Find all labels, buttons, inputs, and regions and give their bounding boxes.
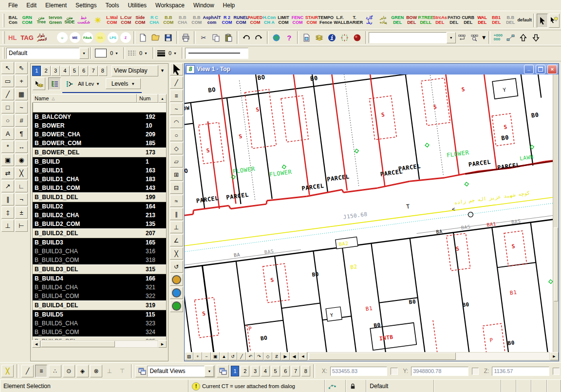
level-row[interactable]: B_BUILD4166 xyxy=(33,274,166,283)
tree-list-icon[interactable] xyxy=(48,77,61,90)
view-control-icon[interactable]: Ƶ xyxy=(272,352,281,360)
command-button[interactable]: متنTree xyxy=(34,13,48,28)
command-button[interactable]: خطشكست xyxy=(76,13,91,28)
view-toggle-4[interactable]: 4 xyxy=(261,366,270,376)
level-row[interactable]: B_BOWER10 xyxy=(33,121,166,130)
command-circle-button[interactable]: ME xyxy=(70,32,80,43)
dropdown-arrow-icon[interactable]: ▼ xyxy=(79,48,89,59)
command-button[interactable]: RUNELCOM xyxy=(234,13,248,28)
command-button[interactable]: H.ConCH A xyxy=(262,13,276,28)
column-header-num[interactable]: Num xyxy=(137,94,158,103)
command-button[interactable]: LIMITCOM xyxy=(276,13,290,28)
command-button[interactable]: PATIODEL xyxy=(447,13,461,28)
level-row[interactable]: B_BUILD5_COM324 xyxy=(33,328,166,336)
level-row[interactable]: B_BUILD4_COM322 xyxy=(33,292,166,300)
level-row[interactable]: B_BUILD1_DEL199 xyxy=(33,192,166,202)
menu-utilities[interactable]: Utilities xyxy=(123,1,151,10)
tool-icon[interactable]: ○ xyxy=(170,129,183,141)
view-toggle-7[interactable]: 7 xyxy=(291,366,300,376)
level-row[interactable]: B_BUILD5_DEL325 xyxy=(33,336,166,340)
x-coordinate-value[interactable]: 533455.83 xyxy=(330,367,387,376)
palette-icon[interactable] xyxy=(170,287,183,299)
tool-icon[interactable]: ≈ xyxy=(170,195,183,207)
command-button[interactable]: L.WalCOM xyxy=(105,13,119,28)
column-header-name[interactable]: Name△ xyxy=(32,94,137,103)
level-row[interactable]: B_BUILD1163 xyxy=(33,166,166,175)
command-button[interactable]: SideCOM xyxy=(133,13,147,28)
view-toggle-5[interactable]: 5 xyxy=(271,366,280,376)
line-weight-icon[interactable] xyxy=(156,48,167,58)
command-text-button[interactable]: بلوار لامعبر xyxy=(36,33,56,42)
view-toggle-2[interactable]: 2 xyxy=(241,366,249,376)
command-text-button[interactable]: TAG xyxy=(19,33,35,42)
tool-icon[interactable]: □ xyxy=(1,101,14,113)
level-row[interactable]: B_BUILD2164 xyxy=(33,202,166,211)
view-control-icon[interactable]: ▣ xyxy=(211,352,220,360)
close-button[interactable]: × xyxy=(547,65,557,74)
level-row[interactable]: B_BUILD2_DEL207 xyxy=(33,228,166,238)
command-button[interactable]: GRNCOM xyxy=(20,13,34,28)
tool-icon[interactable]: ⊥ xyxy=(170,221,183,233)
command-button[interactable]: BOWDEL xyxy=(405,13,419,28)
dropdown-arrow-icon[interactable]: ▼ xyxy=(115,52,122,55)
tool-icon[interactable]: ↖ xyxy=(1,62,14,74)
models-icon[interactable] xyxy=(456,32,468,43)
level-view-tab-1[interactable]: 1 xyxy=(32,66,41,76)
level-row[interactable]: B_BUILD2_CHA213 xyxy=(33,211,166,220)
command-button[interactable]: STAIRCOM xyxy=(304,13,318,28)
snap-mode-button[interactable]: ◈ xyxy=(76,365,89,377)
level-row[interactable] xyxy=(33,103,166,112)
command-button[interactable]: L.CurCOM xyxy=(119,13,133,28)
scroll-left-icon[interactable]: ◀ xyxy=(299,352,307,360)
command-button[interactable]: default xyxy=(518,13,532,28)
tool-icon[interactable]: ~ xyxy=(170,103,183,115)
tool-icon[interactable]: ~ xyxy=(15,101,28,113)
z-coordinate-value[interactable]: 1136.57 xyxy=(492,367,549,376)
tool-icon[interactable]: ↗ xyxy=(1,180,14,192)
scroll-up-icon[interactable]: ▲ xyxy=(158,94,167,103)
all-levels-label[interactable]: All Lev xyxy=(78,81,94,87)
globe-icon[interactable] xyxy=(271,32,282,43)
command-circle-button[interactable]: MA xyxy=(95,32,106,43)
lock-indicator[interactable] xyxy=(346,380,367,392)
command-button[interactable]: متنSIDE xyxy=(62,13,76,28)
tool-icon[interactable]: ⊟ xyxy=(170,182,183,194)
arrow-down-icon[interactable] xyxy=(530,32,542,43)
toolbar-grip[interactable] xyxy=(2,47,5,59)
view-control-icon[interactable]: ▲ xyxy=(220,352,228,360)
tool-icon[interactable]: * xyxy=(1,141,14,153)
cursor-icon[interactable] xyxy=(170,63,183,75)
command-button[interactable]: R CCHA xyxy=(147,13,161,28)
command-button[interactable]: GRENDEL xyxy=(391,13,405,28)
command-circle-button[interactable]: LPS xyxy=(108,32,118,43)
level-list-hscrollbar[interactable]: ◀▶ xyxy=(32,340,167,348)
view-toggle-8[interactable]: 8 xyxy=(301,366,310,376)
arrow-up-icon[interactable] xyxy=(518,32,529,43)
tool-icon[interactable]: + xyxy=(15,75,28,87)
command-button[interactable]: tervonGreen xyxy=(48,13,62,28)
snap-mode-indicator[interactable] xyxy=(325,380,346,392)
command-button[interactable]: ☀ xyxy=(91,13,105,28)
view-control-icon[interactable]: ◇ xyxy=(263,352,272,360)
command-button[interactable]: B.BDEL xyxy=(504,13,518,28)
command-circle-button[interactable]: FAvA xyxy=(82,32,93,43)
copy-icon[interactable] xyxy=(210,32,222,43)
dropdown-arrow-icon[interactable]: ▼ xyxy=(173,52,180,55)
tool-icon[interactable]: ¶ xyxy=(15,128,28,140)
snap-mode-button[interactable]: ⊗ xyxy=(90,365,102,377)
menu-element[interactable]: Element xyxy=(41,1,71,10)
active-level-indicator[interactable]: Default xyxy=(366,380,433,392)
level-row[interactable]: B_BOWER_COM185 xyxy=(33,139,166,148)
level-row[interactable]: B_BUILD1_CHA183 xyxy=(33,175,166,184)
keyin-combobox[interactable]: ▼ xyxy=(369,33,456,43)
view-groups-button[interactable] xyxy=(217,365,228,377)
level-row[interactable]: B_BUILD5115 xyxy=(33,310,166,319)
hscroll-track[interactable] xyxy=(40,340,158,348)
cursor-icon[interactable] xyxy=(537,14,547,28)
tool-icon[interactable]: ▭ xyxy=(1,75,14,87)
level-view-tab-5[interactable]: 5 xyxy=(70,66,79,76)
command-button[interactable]: TEMPOFence xyxy=(318,13,333,28)
info-icon[interactable]: i xyxy=(326,32,338,43)
tool-icon[interactable]: ▣ xyxy=(1,154,14,166)
view-drawing-area[interactable]: ELBOWBOBOB0BOB0B0B0BOYB1B2SSSSSSSFLOWERF… xyxy=(185,75,559,352)
